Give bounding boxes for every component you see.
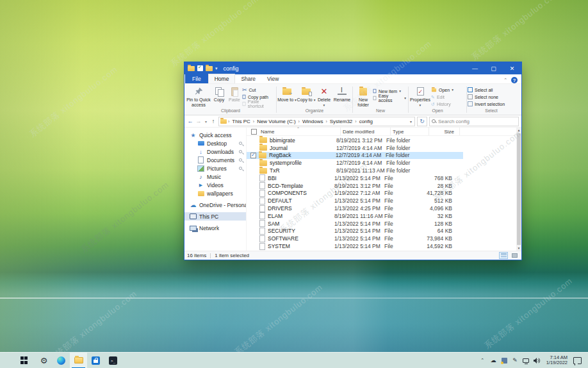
scroll-down-icon[interactable]: ▼ [518, 246, 521, 251]
breadcrumb-segment[interactable]: Windows [301, 119, 324, 124]
column-header-name[interactable]: ⌃ Name [257, 128, 341, 135]
sidebar-item-music[interactable]: Music [184, 172, 246, 181]
file-row-security[interactable]: SECURITY1/13/2022 5:14 PMFile64 KB [247, 228, 463, 235]
sidebar-item-pictures[interactable]: Pictures [184, 164, 246, 172]
sidebar-item-this-pc[interactable]: This PC [184, 212, 246, 221]
easy-access-button[interactable]: Easy access▾ [373, 95, 406, 101]
cut-button[interactable]: ✂ Cut [242, 87, 275, 93]
taskbar-settings-button[interactable]: ⚙ [35, 353, 53, 368]
file-row-systemprofile[interactable]: systemprofile12/7/2019 4:14 AMFile folde… [247, 159, 463, 167]
recent-locations-icon[interactable]: ▾ [204, 119, 208, 124]
history-button[interactable]: ↺ History [431, 101, 463, 107]
taskbar-file-explorer-button[interactable] [70, 353, 87, 368]
file-row-bbimigrate[interactable]: bbimigrate8/19/2021 3:12 PMFile folder [247, 137, 463, 144]
thumbnail-view-button[interactable] [510, 252, 519, 259]
invert-selection-button[interactable]: Invert selection [468, 101, 514, 107]
qat-properties-button[interactable] [197, 65, 203, 71]
details-view-button[interactable] [499, 252, 508, 259]
sidebar-item-network[interactable]: Network [184, 224, 246, 232]
back-button[interactable]: ← [187, 118, 193, 124]
file-row-sam[interactable]: SAM1/13/2022 5:14 PMFile128 KB [247, 220, 463, 228]
title-bar[interactable]: ▾ config — ▢ ✕ [184, 62, 521, 74]
tab-home[interactable]: Home [208, 74, 236, 83]
sidebar-item-quick-access[interactable]: Quick access [184, 131, 246, 139]
move-to-button[interactable]: → Move to ▾ [277, 85, 297, 103]
vertical-scrollbar[interactable]: ▲ ▼ [516, 128, 521, 251]
tab-file[interactable]: File [185, 74, 208, 83]
breadcrumb-segment[interactable]: System32 [329, 119, 354, 124]
sidebar-item-desktop[interactable]: Desktop [184, 139, 246, 147]
qat-customize-button[interactable]: ▾ [215, 66, 218, 71]
file-row-system[interactable]: SYSTEM1/13/2022 5:14 PMFile14,592 KB [247, 242, 463, 250]
sidebar-item-downloads[interactable]: Downloads [184, 147, 246, 156]
pin-to-quick-access-button[interactable]: Pin to Quick access [186, 85, 211, 108]
breadcrumb-segment[interactable]: config [358, 119, 374, 124]
properties-button[interactable]: Properties▾ [409, 85, 431, 108]
file-row-default[interactable]: DEFAULT1/13/2022 5:14 PMFile512 KB [247, 197, 463, 205]
forward-button[interactable]: → [195, 118, 202, 124]
column-header-date-modified[interactable]: Date modified [341, 128, 391, 135]
file-row-elam[interactable]: ELAM8/19/2021 11:16 AMFile32 KB [247, 212, 463, 220]
select-all-button[interactable]: Select all [468, 87, 514, 93]
sidebar-item-wallpapers[interactable]: wallpapers [184, 189, 246, 197]
network-icon[interactable] [521, 353, 531, 368]
breadcrumb-bar[interactable]: › This PC›New Volume (C:)›Windows›System… [218, 117, 415, 126]
notification-app-icon[interactable] [500, 353, 509, 368]
new-folder-button[interactable]: New folder [354, 85, 373, 108]
refresh-button[interactable]: ↻ [417, 117, 427, 126]
copy-to-button[interactable]: Copy to ▾ [297, 85, 316, 103]
file-row-regback[interactable]: RegBack12/7/2019 4:14 AMFile folder [247, 152, 463, 160]
sidebar-item-videos[interactable]: Videos [184, 181, 246, 189]
volume-icon[interactable] [532, 353, 542, 368]
file-row-bbi[interactable]: BBI1/13/2022 5:14 PMFile768 KB [247, 174, 463, 182]
sidebar-item-label: Downloads [207, 149, 234, 155]
breadcrumb-segment[interactable]: This PC [231, 119, 251, 124]
delete-button[interactable]: ✕ Delete▾ [316, 85, 332, 108]
column-header-type[interactable]: Type [391, 128, 429, 135]
collapse-ribbon-icon[interactable]: ⌃ [503, 78, 507, 83]
start-button[interactable] [15, 353, 33, 368]
tab-share[interactable]: Share [235, 74, 261, 83]
file-explorer-window: ▾ config — ▢ ✕ File Home Share View ⌃ ? … [184, 62, 522, 260]
onedrive-icon[interactable]: ☁ [489, 353, 498, 368]
qat-new-folder-button[interactable] [206, 66, 213, 71]
select-all-checkbox[interactable] [251, 129, 257, 135]
search-box[interactable] [429, 117, 519, 126]
rename-button[interactable]: Rename [332, 85, 352, 103]
breadcrumb-segment[interactable]: New Volume (C:) [256, 119, 297, 124]
search-input[interactable] [438, 119, 516, 124]
pen-icon[interactable]: ✎ [510, 353, 520, 368]
taskbar-edge-button[interactable] [53, 353, 70, 368]
minimize-button[interactable]: — [466, 62, 484, 74]
file-row-txr[interactable]: TxR8/19/2021 11:13 AMFile folder [247, 167, 463, 174]
taskbar-clock[interactable]: 7:14 AM 1/19/2022 [543, 355, 571, 366]
file-row-bcd-template[interactable]: BCD-Template8/19/2021 3:12 PMFile28 KB [247, 182, 463, 190]
file-date-modified: 1/13/2022 5:14 PM [334, 197, 384, 204]
file-row-drivers[interactable]: DRIVERS1/13/2022 4:25 PMFile4,096 KB [247, 205, 463, 212]
paste-shortcut-button[interactable]: Paste shortcut [242, 101, 275, 107]
copy-button[interactable]: Copy [211, 85, 227, 103]
taskbar-store-button[interactable] [87, 353, 104, 368]
tab-view[interactable]: View [261, 74, 284, 83]
scrollbar-thumb[interactable] [517, 133, 521, 245]
help-icon[interactable]: ? [511, 77, 518, 83]
close-button[interactable]: ✕ [503, 62, 521, 74]
up-button[interactable]: ↑ [210, 118, 216, 124]
file-row-software[interactable]: SOFTWARE1/13/2022 5:14 PMFile73,984 KB [247, 235, 463, 242]
file-row-journal[interactable]: Journal12/7/2019 4:14 AMFile folder [247, 144, 463, 152]
open-button[interactable]: Open▾ [431, 87, 463, 93]
scroll-up-icon[interactable]: ▲ [518, 128, 521, 133]
action-center-icon[interactable] [573, 357, 582, 364]
address-dropdown-icon[interactable]: ▾ [410, 119, 413, 124]
edit-button[interactable]: ✎ Edit [431, 94, 463, 100]
column-header-size[interactable]: Size [429, 128, 460, 135]
show-hidden-icons-button[interactable]: ⌃ [478, 353, 487, 368]
file-row-components[interactable]: COMPONENTS1/19/2022 7:12 AMFile41,728 KB [247, 190, 463, 197]
taskbar-terminal-button[interactable]: >_ [104, 353, 122, 368]
paste-button[interactable]: Paste [227, 85, 242, 103]
maximize-button[interactable]: ▢ [484, 62, 503, 74]
sidebar-item-documents[interactable]: Documents [184, 156, 246, 164]
select-none-button[interactable]: Select none [468, 94, 514, 100]
sidebar-item-onedrive-personal[interactable]: OneDrive - Personal [184, 201, 246, 209]
row-checkbox[interactable] [250, 153, 256, 158]
